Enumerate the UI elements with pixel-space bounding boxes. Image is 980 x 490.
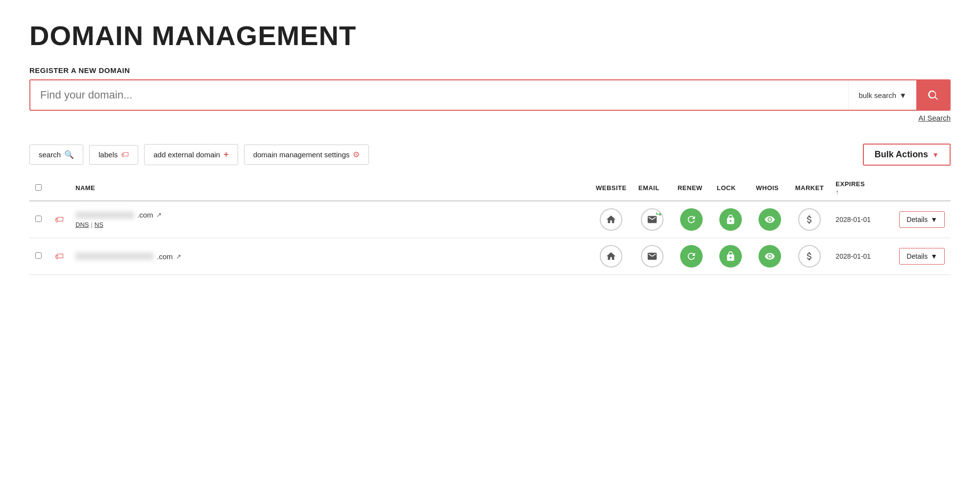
row2-email-cell — [633, 238, 672, 275]
row2-whois-cell — [750, 238, 789, 275]
row1-expires-date: 2028-01-01 — [835, 216, 871, 223]
house-icon — [606, 214, 616, 225]
row2-expires-date: 2028-01-01 — [835, 252, 871, 260]
row1-domain-ext: .com — [137, 211, 153, 219]
dollar-icon — [804, 251, 815, 262]
row1-renew-cell — [672, 201, 711, 238]
select-all-checkbox[interactable] — [35, 184, 42, 191]
row2-details-button[interactable]: Details ▼ — [899, 248, 945, 265]
row2-details-label: Details — [906, 252, 928, 260]
row1-email-forward-icon: ↪ — [656, 210, 662, 218]
chevron-down-icon: ▼ — [932, 151, 939, 159]
bulk-actions-button[interactable]: Bulk Actions ▼ — [863, 144, 951, 166]
row2-market-icon[interactable] — [798, 245, 821, 268]
bulk-search-label: bulk search — [858, 91, 896, 99]
table-header-row: NAME WEBSITE EMAIL RENEW LOCK WHOIS MARK… — [29, 175, 951, 201]
plus-icon: + — [223, 149, 229, 160]
domain-search-input[interactable] — [30, 80, 848, 110]
row1-details-button[interactable]: Details ▼ — [899, 211, 945, 228]
th-label-col — [49, 175, 70, 201]
eye-icon — [764, 251, 775, 262]
row1-domain-blurred — [75, 211, 134, 219]
row2-lock-cell — [711, 238, 750, 275]
row1-checkbox-cell — [29, 201, 49, 238]
lock-icon — [725, 214, 736, 225]
row2-domain-name: .com ↗ — [75, 252, 584, 261]
row1-expires-cell: 2028-01-01 — [830, 201, 893, 238]
refresh-icon — [686, 214, 697, 225]
bulk-actions-label: Bulk Actions — [875, 149, 928, 160]
th-expires: EXPIRES ↑ — [830, 175, 893, 201]
row2-lock-icon[interactable] — [719, 245, 742, 268]
row1-external-link-icon[interactable]: ↗ — [156, 211, 162, 219]
row1-domain-name: .com ↗ DNS | NS — [75, 211, 584, 228]
row2-checkbox[interactable] — [35, 252, 42, 259]
search-button[interactable]: search 🔍 — [29, 145, 83, 165]
row2-details-chevron-icon: ▼ — [931, 252, 937, 260]
mail-icon — [647, 251, 658, 262]
add-external-domain-label: add external domain — [153, 150, 220, 159]
row2-details-cell: Details ▼ — [893, 238, 951, 275]
row2-name-cell: .com ↗ — [70, 238, 590, 275]
refresh-icon — [686, 251, 697, 262]
th-email: EMAIL — [633, 175, 672, 201]
row1-renew-icon[interactable] — [680, 208, 703, 231]
domain-search-box: bulk search ▼ — [29, 79, 951, 111]
tag-icon: 🏷 — [121, 150, 129, 159]
row1-checkbox[interactable] — [35, 216, 42, 222]
search-icon — [927, 89, 939, 101]
register-label: REGISTER A NEW DOMAIN — [29, 66, 951, 74]
domain-search-submit-button[interactable] — [916, 80, 950, 110]
row2-email-icon[interactable] — [641, 245, 663, 268]
dollar-icon — [804, 214, 815, 225]
row1-lock-icon[interactable] — [719, 208, 742, 231]
row1-website-icon[interactable] — [600, 208, 622, 231]
bulk-search-button[interactable]: bulk search ▼ — [848, 80, 916, 110]
table-row: 🏷 .com ↗ — [29, 238, 951, 275]
row2-checkbox-cell — [29, 238, 49, 275]
row1-name-cell: .com ↗ DNS | NS — [70, 201, 590, 238]
row1-ns-link[interactable]: NS — [95, 221, 103, 228]
toolbar: search 🔍 labels 🏷 add external domain + … — [29, 144, 951, 166]
eye-icon — [764, 214, 775, 225]
row1-email-cell: ↪ — [633, 201, 672, 238]
lock-icon — [725, 251, 736, 262]
row2-website-icon[interactable] — [600, 245, 622, 268]
row1-tag-icon[interactable]: 🏷 — [55, 215, 64, 224]
th-name: NAME — [70, 175, 590, 201]
row1-website-cell — [590, 201, 633, 238]
labels-button[interactable]: labels 🏷 — [89, 145, 138, 165]
row1-whois-icon[interactable] — [759, 208, 781, 231]
th-whois: WHOIS — [750, 175, 789, 201]
row1-dns-link[interactable]: DNS — [75, 221, 89, 228]
labels-button-label: labels — [98, 150, 118, 159]
page-title: DOMAIN MANAGEMENT — [29, 20, 951, 51]
th-details — [893, 175, 951, 201]
row2-tag-icon[interactable]: 🏷 — [55, 251, 64, 261]
row2-website-cell — [590, 238, 633, 275]
row2-domain-ext: .com — [157, 252, 173, 261]
register-section: REGISTER A NEW DOMAIN bulk search ▼ AI S… — [29, 66, 951, 122]
th-website: WEBSITE — [590, 175, 633, 201]
row1-email-icon[interactable]: ↪ — [641, 208, 663, 231]
row1-details-cell: Details ▼ — [893, 201, 951, 238]
th-checkbox — [29, 175, 49, 201]
row1-details-chevron-icon: ▼ — [931, 216, 937, 223]
chevron-down-icon: ▼ — [899, 91, 906, 99]
th-renew: RENEW — [672, 175, 711, 201]
row2-external-link-icon[interactable]: ↗ — [176, 253, 181, 260]
row1-details-label: Details — [906, 216, 928, 223]
th-market: MARKET — [789, 175, 830, 201]
row2-whois-icon[interactable] — [759, 245, 781, 268]
domain-management-settings-label: domain management settings — [253, 150, 350, 159]
row2-renew-icon[interactable] — [680, 245, 703, 268]
row2-market-cell — [789, 238, 830, 275]
row1-lock-cell — [711, 201, 750, 238]
th-lock: LOCK — [711, 175, 750, 201]
sort-arrow-icon: ↑ — [835, 189, 839, 196]
row2-expires-cell: 2028-01-01 — [830, 238, 893, 275]
add-external-domain-button[interactable]: add external domain + — [144, 144, 238, 165]
ai-search-link[interactable]: AI Search — [29, 114, 951, 122]
domain-management-settings-button[interactable]: domain management settings ⚙ — [244, 145, 369, 165]
row1-market-icon[interactable] — [798, 208, 821, 231]
